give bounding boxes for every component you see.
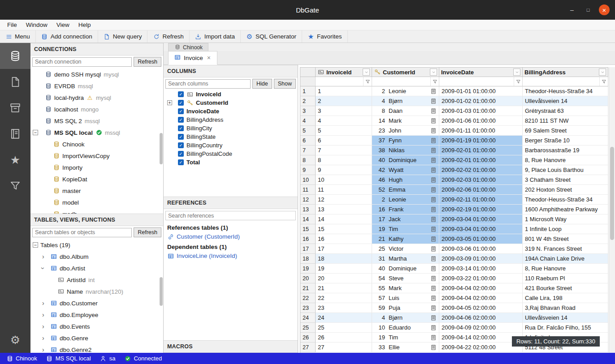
row-number[interactable]: 17 xyxy=(300,244,316,254)
sidebar-history-button[interactable] xyxy=(0,121,30,147)
cell-invoice-date[interactable]: 2009-04-14 02:00:00 xyxy=(439,333,523,343)
cell-customer-id[interactable]: 2Leonie xyxy=(372,86,439,96)
row-number[interactable]: 27 xyxy=(300,343,316,352)
connection-search-input[interactable] xyxy=(32,57,132,67)
tab-group-chinook[interactable]: Chinook xyxy=(168,43,208,51)
cell-invoice-date[interactable]: 2009-03-05 01:00:00 xyxy=(439,234,523,244)
sidebar-favorites-button[interactable]: ★ xyxy=(0,147,30,173)
cell-invoice-id[interactable]: 20 xyxy=(316,274,372,283)
tree-expander[interactable]: − xyxy=(33,130,38,135)
column-toggle-billingcountry[interactable]: ✓BillingCountry xyxy=(164,141,298,150)
tree-expander[interactable]: − xyxy=(33,242,38,248)
cell-customer-id[interactable]: 23John xyxy=(372,126,439,136)
cell-billing-address[interactable]: Berger Straße 10 xyxy=(523,136,608,146)
open-reference-icon[interactable] xyxy=(430,206,437,213)
open-reference-icon[interactable] xyxy=(430,176,437,183)
cell-customer-id[interactable]: 2Leonie xyxy=(372,195,439,205)
cell-customer-id[interactable]: 52Emma xyxy=(372,185,439,195)
maximize-button[interactable]: □ xyxy=(583,4,593,15)
row-number[interactable]: 14 xyxy=(300,214,316,224)
hide-button[interactable]: Hide xyxy=(252,79,272,89)
cell-customer-id[interactable]: 17Jack xyxy=(372,214,439,224)
open-reference-icon[interactable] xyxy=(430,88,437,94)
cell-invoice-id[interactable]: 26 xyxy=(316,333,372,343)
cell-billing-address[interactable]: 1600 Amphitheatre Parkway xyxy=(523,205,608,214)
cell-invoice-date[interactable]: 2009-03-04 01:00:00 xyxy=(439,224,523,234)
cell-invoice-id[interactable]: 9 xyxy=(316,165,372,175)
cell-invoice-id[interactable]: 27 xyxy=(316,343,372,352)
expand-chevron-icon[interactable]: › xyxy=(42,323,44,330)
cell-customer-id[interactable]: 19Tim xyxy=(372,333,439,343)
tables-refresh-button[interactable]: Refresh xyxy=(134,227,161,237)
sidebar-files-button[interactable] xyxy=(0,69,30,95)
column-toggle-total[interactable]: ✓Total xyxy=(164,158,298,167)
row-number[interactable]: 12 xyxy=(300,195,316,205)
cell-invoice-date[interactable]: 2009-01-11 01:00:00 xyxy=(439,126,523,136)
cell-billing-address[interactable]: Ullevålsveien 14 xyxy=(523,313,608,323)
tables-search-input[interactable] xyxy=(32,228,132,237)
row-number[interactable]: 23 xyxy=(300,303,316,313)
sidebar-archive-button[interactable] xyxy=(0,95,30,121)
cell-invoice-id[interactable]: 16 xyxy=(316,234,372,244)
open-reference-icon[interactable] xyxy=(430,167,437,173)
row-number[interactable]: 10 xyxy=(300,175,316,185)
open-reference-icon[interactable] xyxy=(430,285,437,291)
cell-invoice-id[interactable]: 25 xyxy=(316,323,372,333)
cell-customer-id[interactable]: 40Dominique xyxy=(372,264,439,274)
row-number[interactable]: 15 xyxy=(300,224,316,234)
open-reference-icon[interactable] xyxy=(430,265,437,272)
row-number[interactable]: 24 xyxy=(300,313,316,323)
cell-invoice-id[interactable]: 17 xyxy=(316,244,372,254)
checkbox[interactable]: ✓ xyxy=(178,108,184,114)
open-reference-icon[interactable] xyxy=(430,245,437,252)
cell-invoice-date[interactable]: 2009-03-06 01:00:00 xyxy=(439,244,523,254)
cell-invoice-date[interactable]: 2009-01-03 01:00:00 xyxy=(439,106,523,116)
cell-customer-id[interactable]: 19Tim xyxy=(372,224,439,234)
open-reference-icon[interactable] xyxy=(430,314,437,321)
column-toggle-billingpostalcode[interactable]: ✓BillingPostalCode xyxy=(164,150,298,158)
minimize-button[interactable]: – xyxy=(567,4,577,15)
open-reference-icon[interactable] xyxy=(430,275,437,282)
cell-billing-address[interactable]: 8210 111 ST NW xyxy=(523,116,608,126)
database-kopiedat[interactable]: KopieDat xyxy=(30,173,163,185)
cell-invoice-date[interactable]: 2009-04-04 02:00:00 xyxy=(439,283,523,293)
cell-invoice-date[interactable]: 2009-02-11 01:00:00 xyxy=(439,195,523,205)
menu-view[interactable]: View xyxy=(52,21,74,29)
cell-billing-address[interactable]: 69 Salem Street xyxy=(523,126,608,136)
row-number[interactable]: 2 xyxy=(300,96,316,106)
filter-input-customerid[interactable] xyxy=(372,78,430,85)
checkbox[interactable]: ✓ xyxy=(178,159,184,165)
cell-customer-id[interactable]: 38Niklas xyxy=(372,146,439,155)
open-reference-icon[interactable] xyxy=(430,196,437,203)
cell-billing-address[interactable]: Ullevålsveien 14 xyxy=(523,96,608,106)
open-reference-icon[interactable] xyxy=(430,255,437,262)
cell-invoice-date[interactable]: 2009-04-04 02:00:00 xyxy=(439,293,523,303)
row-number[interactable]: 26 xyxy=(300,333,316,343)
row-number[interactable]: 7 xyxy=(300,146,316,155)
tab-close-icon[interactable]: × xyxy=(206,55,212,61)
statusbar-database[interactable]: Chinook xyxy=(2,355,42,362)
column-toggle-billingcity[interactable]: ✓BillingCity xyxy=(164,124,298,133)
column-header-customerid[interactable]: CustomerId xyxy=(372,67,439,77)
open-reference-icon[interactable] xyxy=(430,334,437,341)
column-menu-button[interactable] xyxy=(599,69,606,76)
cell-invoice-date[interactable]: 2009-01-06 01:00:00 xyxy=(439,116,523,126)
cell-customer-id[interactable]: 55Mark xyxy=(372,283,439,293)
tree-expander[interactable]: + xyxy=(167,100,172,105)
cell-billing-address[interactable]: 8, Rue Hanovre xyxy=(523,155,608,165)
toolbar-menu-button[interactable]: Menu xyxy=(0,30,36,43)
cell-customer-id[interactable]: 40Dominique xyxy=(372,155,439,165)
cell-invoice-id[interactable]: 6 xyxy=(316,136,372,146)
show-button[interactable]: Show xyxy=(274,79,296,89)
table-item-dbo-events[interactable]: ›dbo.Events xyxy=(30,321,163,332)
reference-link-customer-customerid-[interactable]: Customer (CustomerId) xyxy=(164,232,298,241)
cell-customer-id[interactable]: 8Daan xyxy=(372,106,439,116)
cell-invoice-id[interactable]: 11 xyxy=(316,185,372,195)
column-item-artistid[interactable]: ArtistIdint xyxy=(30,274,163,286)
filter-menu-button[interactable] xyxy=(430,77,439,86)
connection-ms-sql-2[interactable]: MS SQL 2mssql xyxy=(30,115,163,127)
row-number[interactable]: 22 xyxy=(300,293,316,303)
grid-scrollbar[interactable] xyxy=(609,67,615,353)
cell-invoice-date[interactable]: 2009-01-01 01:00:00 xyxy=(439,86,523,96)
open-reference-icon[interactable] xyxy=(430,226,437,232)
